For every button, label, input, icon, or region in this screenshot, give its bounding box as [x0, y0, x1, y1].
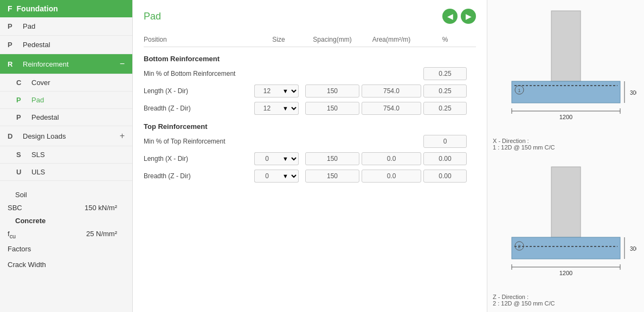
bottom-length-spacing-input[interactable]: [305, 84, 359, 98]
sidebar-item-pad-label: Pad: [23, 22, 125, 30]
sidebar-item-sls-letter: S: [16, 151, 26, 159]
top-min-row: Min % of Top Reinforcement: [144, 135, 476, 148]
sidebar-item-pedestal-letter: P: [8, 41, 17, 49]
svg-rect-1: [512, 81, 620, 103]
sidebar-item-pad[interactable]: P Pad: [0, 17, 132, 36]
sidebar-item-reinforcement[interactable]: R Reinforcement −: [0, 54, 132, 74]
sidebar-item-reinforcement-letter: R: [8, 60, 17, 68]
plus-icon: +: [120, 131, 125, 141]
top-breadth-row: Breadth (Z - Dir) ▼: [144, 170, 476, 183]
col-percent: %: [423, 36, 467, 43]
sidebar-item-cover-letter: C: [16, 79, 26, 87]
x-direction-detail: 1 : 12D @ 150 mm C/C: [493, 144, 639, 151]
col-position: Position: [144, 36, 252, 43]
svg-text:1200: 1200: [559, 270, 572, 276]
bottom-breadth-area-input[interactable]: [362, 102, 421, 115]
svg-text:300: 300: [630, 90, 636, 96]
z-direction-detail: 2 : 12D @ 150 mm C/C: [493, 300, 639, 307]
content-area: Pad ◀ ▶ Position Size Spacing(mm) Area(m…: [133, 0, 644, 312]
factors-label: Factors: [8, 245, 31, 253]
sidebar-header-label: Foundation: [17, 4, 58, 13]
x-direction-diagram: 1200 300 1 X - Direction : 1 : 12D @ 150…: [493, 5, 639, 151]
top-min-input[interactable]: [423, 135, 467, 148]
pad-header: Pad ◀ ▶: [144, 9, 476, 24]
top-breadth-spacing-input[interactable]: [305, 170, 359, 183]
nav-arrows: ◀ ▶: [442, 9, 476, 24]
svg-text:1200: 1200: [559, 114, 572, 120]
sidebar-item-pad-letter: P: [8, 22, 17, 30]
sidebar-item-designloads-label: Design Loads: [23, 132, 114, 140]
sidebar-item-padsub-letter: P: [16, 96, 26, 104]
top-length-label: Length (X - Dir): [144, 155, 252, 162]
page-title: Pad: [144, 11, 161, 22]
top-breadth-label: Breadth (Z - Dir): [144, 172, 252, 180]
sidebar-item-design-loads[interactable]: D Design Loads +: [0, 126, 132, 146]
bottom-length-size-group: ▼: [254, 84, 303, 98]
z-direction-label: Z - Direction :: [493, 294, 639, 300]
bottom-reinforcement-header: Bottom Reinforcement: [144, 55, 476, 63]
col-area: Area(mm²/m): [362, 36, 421, 43]
bottom-breadth-size-group: ▼: [254, 102, 303, 115]
bottom-length-area-input[interactable]: [362, 84, 421, 98]
sidebar-item-sls[interactable]: S SLS: [0, 146, 132, 164]
sidebar-item-crack-width[interactable]: Crack Width: [8, 257, 125, 272]
next-arrow-button[interactable]: ▶: [461, 9, 476, 24]
sidebar-item-reinforcement-label: Reinforcement: [23, 60, 114, 68]
concrete-section: Concrete: [8, 213, 125, 228]
minus-icon: −: [120, 59, 125, 69]
sidebar-item-uls-letter: U: [16, 168, 26, 176]
sbc-value: 150 kN/m²: [85, 204, 117, 212]
top-breadth-percent-input[interactable]: [423, 170, 467, 183]
top-breadth-area-input[interactable]: [362, 170, 421, 183]
concrete-label: Concrete: [15, 217, 46, 225]
sidebar-item-sls-label: SLS: [31, 151, 45, 159]
sidebar-item-factors[interactable]: Factors: [8, 241, 125, 257]
sidebar-item-cover[interactable]: C Cover: [0, 74, 132, 92]
top-length-area-input[interactable]: [362, 152, 421, 165]
sidebar-item-designloads-letter: D: [8, 132, 17, 140]
bottom-length-size-input[interactable]: [254, 84, 279, 98]
sbc-label: SBC: [8, 204, 22, 212]
bottom-breadth-spacing-input[interactable]: [305, 102, 359, 115]
x-direction-svg: 1200 300 1: [495, 5, 636, 135]
bottom-breadth-size-input[interactable]: [254, 102, 279, 115]
main-content: Pad ◀ ▶ Position Size Spacing(mm) Area(m…: [133, 0, 644, 312]
bottom-min-label: Min % of Bottom Reinforcement: [144, 70, 252, 77]
svg-text:1: 1: [518, 88, 520, 93]
bottom-breadth-row: Breadth (Z - Dir) ▼: [144, 102, 476, 115]
sidebar-header: F Foundation: [0, 0, 132, 17]
col-size: Size: [254, 36, 303, 43]
bottom-breadth-percent-input[interactable]: [423, 102, 467, 115]
sidebar-item-pedestal-label: Pedestal: [23, 41, 125, 49]
sidebar-item-padsub-label: Pad: [31, 96, 44, 104]
top-length-percent-input[interactable]: [423, 152, 467, 165]
svg-text:2: 2: [518, 244, 520, 249]
diagram-panel: 1200 300 1 X - Direction : 1 : 12D @ 150…: [487, 0, 644, 312]
sidebar-item-pad-sub[interactable]: P Pad: [0, 92, 132, 109]
top-length-size-select[interactable]: ▼: [279, 152, 299, 165]
top-breadth-size-group: ▼: [254, 170, 303, 183]
sbc-row: SBC 150 kN/m²: [8, 202, 125, 213]
top-breadth-size-input[interactable]: [254, 170, 279, 183]
top-length-size-group: ▼: [254, 152, 303, 165]
form-panel: Pad ◀ ▶ Position Size Spacing(mm) Area(m…: [133, 0, 487, 312]
bottom-min-input[interactable]: [423, 67, 467, 80]
sidebar-header-letter: F: [8, 4, 12, 13]
soil-section: Soil: [8, 187, 125, 202]
bottom-length-size-select[interactable]: ▼: [279, 84, 299, 98]
sidebar-item-uls[interactable]: U ULS: [0, 164, 132, 181]
svg-rect-12: [512, 237, 620, 259]
svg-rect-0: [551, 11, 581, 81]
prev-arrow-button[interactable]: ◀: [442, 9, 458, 24]
bottom-length-percent-input[interactable]: [423, 84, 467, 98]
sidebar-item-pedestalsub-label: Pedestal: [31, 113, 59, 121]
sidebar-item-pedestal[interactable]: P Pedestal: [0, 36, 132, 54]
svg-rect-11: [551, 167, 581, 237]
top-length-size-input[interactable]: [254, 152, 279, 165]
bottom-breadth-size-select[interactable]: ▼: [279, 102, 299, 115]
top-length-row: Length (X - Dir) ▼: [144, 152, 476, 165]
sidebar-item-pedestal-sub[interactable]: P Pedestal: [0, 109, 132, 126]
top-breadth-size-select[interactable]: ▼: [279, 170, 299, 183]
top-length-spacing-input[interactable]: [305, 152, 359, 165]
soil-label: Soil: [15, 191, 27, 199]
